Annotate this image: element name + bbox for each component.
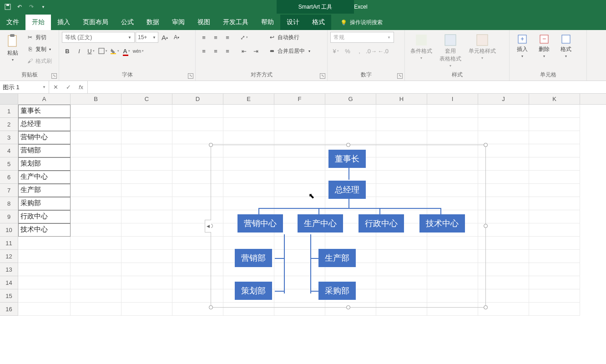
cell-styles-button[interactable]: 单元格样式 <box>466 32 499 62</box>
cell[interactable] <box>529 210 580 223</box>
cell[interactable] <box>529 303 580 316</box>
table-format-button[interactable]: 套用 表格格式 <box>437 32 464 70</box>
resize-handle-br[interactable] <box>484 305 488 309</box>
fx-button[interactable]: fx <box>75 84 87 91</box>
align-top-button[interactable]: ≡ <box>198 32 209 43</box>
cell[interactable] <box>121 303 172 316</box>
cell[interactable] <box>121 263 172 276</box>
worksheet-grid[interactable]: ABCDEFGHIJK 1董事长2总经理3营销中心4营销部5策划部6生产中心7生… <box>0 94 606 364</box>
cell[interactable]: 技术中心 <box>18 223 71 237</box>
cell[interactable] <box>529 157 580 171</box>
row-header[interactable]: 11 <box>0 237 18 250</box>
tab-design[interactable]: 设计 <box>280 15 306 30</box>
cell[interactable] <box>121 237 172 250</box>
cell[interactable]: 总经理 <box>18 118 71 131</box>
tab-insert[interactable]: 插入 <box>51 15 76 30</box>
column-header[interactable]: H <box>376 94 427 104</box>
resize-handle-bm[interactable] <box>346 305 350 309</box>
number-launcher[interactable]: ⤡ <box>397 73 403 79</box>
smartart-frame[interactable]: ◀ 董事长 总经理 营销中心 生产中心 行政中心 技术中心 营销部 策划部 生产… <box>211 145 486 308</box>
cell[interactable] <box>376 105 427 118</box>
cell[interactable] <box>325 131 376 144</box>
cell[interactable] <box>18 289 71 303</box>
undo-icon[interactable]: ↶ <box>15 3 24 11</box>
cell[interactable] <box>529 118 580 131</box>
cell[interactable] <box>71 105 121 118</box>
align-middle-button[interactable]: ≡ <box>210 32 221 43</box>
cell[interactable]: 生产中心 <box>18 171 71 184</box>
cell[interactable] <box>172 131 223 144</box>
cell[interactable] <box>427 118 478 131</box>
cell[interactable] <box>325 105 376 118</box>
cell[interactable] <box>529 144 580 157</box>
tab-review[interactable]: 审阅 <box>166 15 191 30</box>
cell[interactable] <box>71 184 121 197</box>
cell[interactable] <box>71 223 121 237</box>
cell[interactable] <box>121 184 172 197</box>
clipboard-launcher[interactable]: ⤡ <box>51 73 57 79</box>
redo-icon[interactable]: ↷ <box>27 3 35 11</box>
cell[interactable] <box>121 105 172 118</box>
org-node[interactable]: 技术中心 <box>419 214 465 233</box>
column-header[interactable]: C <box>121 94 172 104</box>
cell[interactable] <box>223 131 274 144</box>
format-painter-button[interactable]: 🖌格式刷 <box>25 56 54 66</box>
column-header[interactable]: A <box>18 94 71 104</box>
border-button[interactable]: ▾ <box>97 46 108 56</box>
tab-help[interactable]: 帮助 <box>255 15 280 30</box>
font-size-combo[interactable]: 15+▼ <box>136 32 158 43</box>
cell[interactable] <box>121 276 172 289</box>
org-node[interactable]: 行政中心 <box>359 214 404 233</box>
insert-cells-button[interactable]: +插入 <box>512 32 532 60</box>
cell[interactable]: 策划部 <box>18 157 71 171</box>
cut-button[interactable]: ✂剪切 <box>25 32 54 43</box>
cell[interactable] <box>529 263 580 276</box>
tab-pagelayout[interactable]: 页面布局 <box>76 15 115 30</box>
cell[interactable] <box>274 118 325 131</box>
cell[interactable] <box>529 171 580 184</box>
cell[interactable] <box>172 118 223 131</box>
tab-formulas[interactable]: 公式 <box>115 15 140 30</box>
currency-button[interactable]: ¥▾ <box>330 46 341 56</box>
org-node[interactable]: 董事长 <box>328 150 366 168</box>
row-header[interactable]: 14 <box>0 276 18 289</box>
column-header[interactable]: K <box>529 94 580 104</box>
row-header[interactable]: 1 <box>0 105 18 118</box>
row-header[interactable]: 3 <box>0 131 18 144</box>
cell[interactable] <box>18 250 71 263</box>
row-header[interactable]: 8 <box>0 197 18 210</box>
cell[interactable] <box>223 105 274 118</box>
row-header[interactable]: 10 <box>0 223 18 237</box>
cell[interactable] <box>427 105 478 118</box>
text-pane-toggle[interactable]: ◀ <box>205 220 211 233</box>
row-header[interactable]: 6 <box>0 171 18 184</box>
percent-button[interactable]: % <box>342 46 353 56</box>
increase-decimal-button[interactable]: .0→ <box>366 46 377 56</box>
tab-developer[interactable]: 开发工具 <box>217 15 255 30</box>
cell[interactable] <box>71 144 121 157</box>
cell[interactable] <box>529 223 580 237</box>
org-node[interactable]: 采购部 <box>318 282 356 300</box>
tab-view[interactable]: 视图 <box>191 15 217 30</box>
cell[interactable] <box>223 118 274 131</box>
accept-formula-button[interactable]: ✓ <box>62 84 75 91</box>
cell[interactable]: 营销中心 <box>18 131 71 144</box>
delete-cells-button[interactable]: −删除 <box>534 32 554 60</box>
conditional-format-button[interactable]: 条件格式 <box>408 32 435 62</box>
row-header[interactable]: 2 <box>0 118 18 131</box>
cell[interactable] <box>71 289 121 303</box>
align-center-button[interactable]: ≡ <box>210 46 221 56</box>
orientation-button[interactable]: ⤢▾ <box>238 32 249 43</box>
align-right-button[interactable]: ≡ <box>222 46 233 56</box>
format-cells-button[interactable]: 格式 <box>556 32 576 60</box>
cell[interactable] <box>529 197 580 210</box>
row-header[interactable]: 5 <box>0 157 18 171</box>
row-header[interactable]: 4 <box>0 144 18 157</box>
cell[interactable] <box>376 131 427 144</box>
cell[interactable] <box>274 131 325 144</box>
cell[interactable] <box>71 157 121 171</box>
org-node[interactable]: 策划部 <box>235 282 272 300</box>
resize-handle-tm[interactable] <box>346 143 350 147</box>
fill-color-button[interactable]: ▾ <box>109 46 120 56</box>
cell[interactable] <box>529 184 580 197</box>
